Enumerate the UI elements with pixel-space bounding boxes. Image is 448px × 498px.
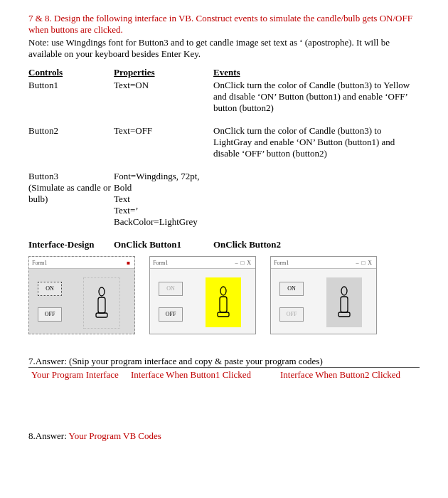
candle-button[interactable]: [206, 277, 241, 327]
ans7-col3: Interface When Button2 Clicked: [277, 368, 420, 417]
candle-icon: [92, 286, 112, 320]
svg-rect-8: [338, 312, 350, 317]
r2-event: OnClick turn the color of Candle (button…: [213, 125, 420, 161]
minimize-icon: –: [354, 260, 360, 266]
answer-8-red: Your Program VB Codes: [69, 430, 161, 441]
thumb-click2: Form1 – □ X ON OFF: [270, 256, 377, 334]
note-text: Note: use Wingdings font for Button3 and…: [28, 37, 420, 60]
thumbnails-row: Form1 ■ ON OFF Form1: [28, 252, 420, 341]
r3-prop1: Font=Wingdings, 72pt, Bold: [114, 171, 200, 193]
spec-table: Controls Properties Events Button1 Text=…: [28, 67, 420, 252]
r2-prop: Text=OFF: [114, 125, 213, 161]
svg-rect-1: [98, 297, 105, 313]
close-icon: ■: [125, 260, 132, 266]
form-title: Form1: [274, 260, 289, 266]
form-title: Form1: [32, 260, 47, 266]
svg-rect-7: [341, 297, 348, 312]
ans7-col1: Your Program Interface: [28, 368, 128, 417]
maximize-icon: □: [360, 260, 366, 266]
on-button[interactable]: ON: [279, 282, 304, 296]
col-controls: Controls: [28, 67, 114, 80]
iface-click2-hd: OnClick Button2: [213, 239, 420, 252]
close-icon: X: [366, 260, 373, 266]
r3-prop4: BackColor=LightGrey: [114, 216, 198, 227]
svg-point-3: [220, 287, 226, 295]
svg-point-6: [341, 287, 347, 295]
candle-icon: [334, 285, 354, 319]
minimize-icon: –: [233, 260, 239, 266]
iface-design-hd: Interface-Design: [28, 239, 114, 252]
svg-point-0: [99, 287, 105, 296]
iface-click1-hd: OnClick Button1: [114, 239, 213, 252]
on-button[interactable]: ON: [38, 282, 62, 296]
svg-rect-4: [220, 297, 227, 312]
r1-prop: Text=ON: [114, 80, 213, 115]
answer-7-block: 7.Answer: (Snip your program interface a…: [28, 356, 420, 416]
candle-button[interactable]: [326, 277, 362, 327]
svg-rect-5: [218, 312, 229, 317]
candle-button[interactable]: [83, 277, 120, 329]
off-button[interactable]: OFF: [279, 307, 304, 322]
svg-rect-2: [96, 313, 107, 317]
close-icon: X: [245, 260, 252, 266]
answer-8-prefix: 8.Answer:: [28, 430, 69, 441]
on-button[interactable]: ON: [159, 282, 183, 296]
candle-icon: [213, 285, 233, 319]
question-7-8: 7 & 8. Design the following interface in…: [28, 13, 420, 36]
r3-control: Button3: [28, 171, 58, 181]
off-button[interactable]: OFF: [38, 307, 62, 322]
off-button[interactable]: OFF: [159, 307, 183, 322]
col-properties: Properties: [114, 67, 213, 80]
r3-prop2: Text: [114, 194, 130, 204]
maximize-icon: □: [239, 260, 245, 266]
r3-control-sub: (Simulate as candle or bulb): [28, 182, 111, 204]
r1-event: OnClick turn the color of Candle (button…: [213, 80, 420, 115]
r2-control: Button2: [28, 125, 114, 161]
thumb-click1: Form1 – □ X ON OFF: [149, 256, 256, 334]
r1-control: Button1: [28, 80, 114, 115]
thumb-design: Form1 ■ ON OFF: [28, 256, 135, 334]
form-title: Form1: [153, 260, 168, 266]
ans7-col2: Interface When Button1 Clicked: [128, 368, 277, 417]
answer-7-head: 7.Answer: (Snip your program interface a…: [28, 356, 420, 367]
r3-prop3: Text=’: [114, 205, 139, 216]
answer-8-block: 8.Answer: Your Program VB Codes: [28, 430, 420, 442]
col-events: Events: [213, 67, 420, 80]
